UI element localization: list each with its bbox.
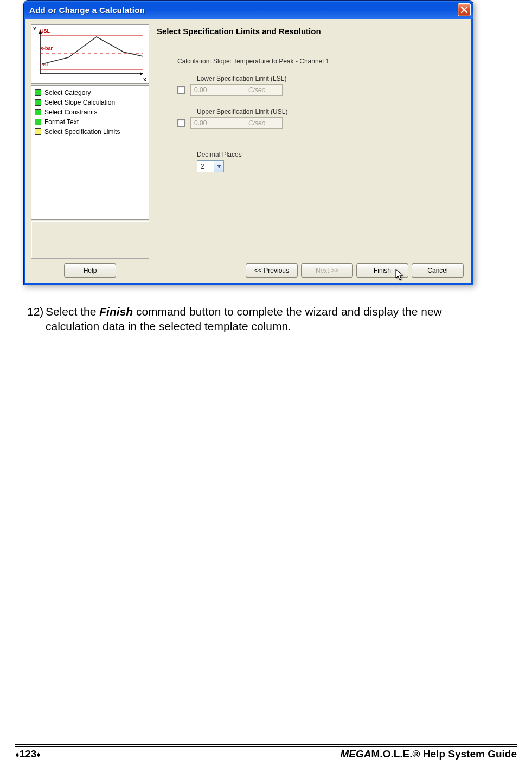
diamond-icon: ♦ — [15, 750, 20, 759]
guide-title-rest: M.O.L.E.® Help System Guide — [371, 748, 517, 760]
help-button-label: Help — [84, 267, 97, 274]
step-status-icon — [35, 119, 41, 125]
preview-chart: Y USL X-bar LSL X — [31, 24, 149, 84]
previous-button[interactable]: << Previous — [246, 263, 298, 278]
lsl-checkbox[interactable] — [177, 86, 185, 94]
step-item[interactable]: Select Specification Limits — [35, 127, 145, 137]
usl-input[interactable]: 0.00 C/sec — [190, 117, 283, 129]
instr-bold: Finish — [99, 305, 133, 318]
button-bar: Help << Previous Next >> Finish Cancel — [31, 259, 466, 278]
lsl-input[interactable]: 0.00 C/sec — [190, 84, 283, 96]
cancel-button[interactable]: Cancel — [412, 263, 464, 278]
instr-text: calculation data in the selected templat… — [46, 320, 291, 332]
previous-button-label: << Previous — [254, 267, 289, 274]
chevron-down-icon — [217, 165, 221, 168]
decimal-label: Decimal Places — [197, 151, 455, 158]
close-button[interactable] — [458, 3, 471, 16]
step-item[interactable]: Select Constraints — [35, 107, 145, 117]
instr-text: command button to complete the wizard an… — [133, 305, 442, 318]
instr-text: Select the — [46, 305, 99, 318]
dialog-client: Y USL X-bar LSL X Select Category Select… — [24, 19, 473, 285]
decimal-value: 2 — [197, 163, 214, 170]
step-label: Select Slope Calculation — [44, 98, 115, 107]
decimal-combo[interactable]: 2 — [197, 160, 224, 172]
wizard-dialog: Add or Change a Calculation — [23, 0, 473, 285]
cancel-button-label: Cancel — [427, 267, 447, 274]
page-number: ♦123♦ — [15, 748, 41, 760]
help-button[interactable]: Help — [64, 263, 116, 278]
step-label: Format Text — [44, 117, 79, 127]
lsl-value: 0.00 — [191, 86, 244, 94]
step-item[interactable]: Select Slope Calculation — [35, 98, 145, 107]
titlebar: Add or Change a Calculation — [24, 1, 473, 19]
step-label: Select Category — [44, 88, 91, 98]
step-item[interactable]: Select Category — [35, 88, 145, 98]
dialog-screenshot: Add or Change a Calculation — [23, 0, 477, 285]
step-number: 12) — [27, 305, 46, 319]
wizard-steps: Select Category Select Slope Calculation… — [31, 85, 149, 220]
lsl-label: Lower Specification Limit (LSL) — [197, 75, 455, 82]
next-button-label: Next >> — [316, 267, 338, 274]
diamond-icon: ♦ — [36, 750, 41, 759]
chart-lsl-label: LSL — [40, 62, 49, 67]
chart-usl-label: USL — [40, 28, 50, 34]
step-status-icon — [35, 89, 41, 96]
usl-unit: C/sec — [244, 119, 282, 127]
axis-y-label: Y — [33, 26, 36, 31]
info-panel — [31, 221, 149, 259]
dialog-title: Add or Change a Calculation — [29, 5, 458, 15]
panel-title: Select Specification Limits and Resoluti… — [156, 24, 466, 54]
step-status-icon — [35, 109, 41, 115]
combo-dropdown-button[interactable] — [214, 161, 223, 172]
next-button: Next >> — [301, 263, 353, 278]
usl-checkbox[interactable] — [177, 119, 185, 127]
axis-x-label: X — [143, 77, 146, 82]
usl-value: 0.00 — [191, 119, 244, 127]
page-footer: ♦123♦ MEGAM.O.L.E.® Help System Guide — [0, 744, 532, 760]
cursor-icon — [395, 269, 406, 284]
close-icon — [460, 6, 468, 14]
instruction-paragraph: 12)Select the Finish command button to c… — [27, 305, 505, 334]
step-item[interactable]: Format Text — [35, 117, 145, 127]
page-number-value: 123 — [20, 748, 37, 760]
step-label: Select Specification Limits — [44, 127, 120, 137]
chart-xbar-label: X-bar — [40, 46, 53, 51]
step-label: Select Constraints — [44, 107, 97, 117]
calculation-line: Calculation: Slope: Temperature to Peak … — [177, 57, 455, 65]
guide-title: MEGAM.O.L.E.® Help System Guide — [341, 748, 517, 760]
form-area: Calculation: Slope: Temperature to Peak … — [156, 54, 466, 258]
finish-button-label: Finish — [374, 267, 391, 274]
usl-label: Upper Specification Limit (USL) — [197, 108, 455, 115]
step-status-icon — [35, 128, 41, 135]
guide-title-italic: MEGA — [341, 748, 371, 760]
lsl-unit: C/sec — [244, 86, 282, 94]
step-status-icon — [35, 99, 41, 106]
